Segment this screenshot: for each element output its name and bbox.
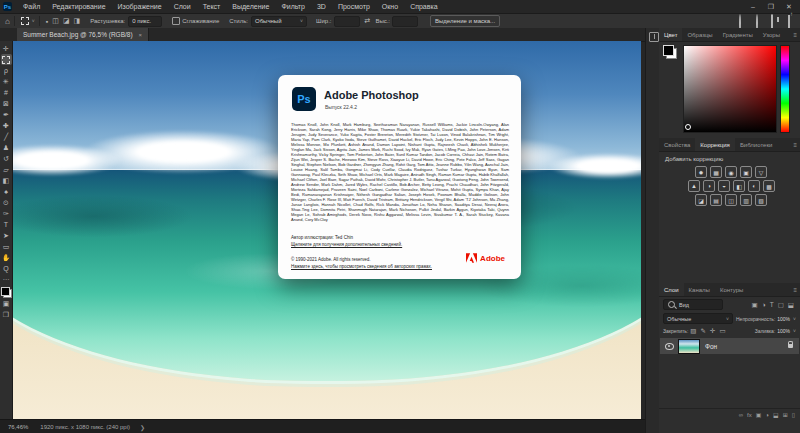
document-tab[interactable]: Summer Beach.jpg @ 76,5% (RGB/8) × bbox=[17, 28, 149, 41]
marquee-preset-icon[interactable] bbox=[21, 17, 29, 25]
zoom-level-field[interactable]: 76,46% bbox=[8, 424, 28, 430]
pen-tool[interactable]: ✑ bbox=[1, 208, 12, 219]
history-brush-tool[interactable]: ↺ bbox=[1, 153, 12, 164]
close-tab-icon[interactable]: × bbox=[139, 32, 143, 38]
saturation-brightness-field[interactable] bbox=[683, 45, 777, 133]
foreground-color-swatch[interactable] bbox=[1, 287, 10, 296]
menu-image[interactable]: Изображение bbox=[112, 3, 168, 10]
fill-value[interactable]: 100% bbox=[777, 328, 790, 334]
lock-position-icon[interactable]: ✛ bbox=[710, 327, 715, 335]
lasso-tool[interactable]: ρ bbox=[1, 65, 12, 76]
swap-dimensions-icon[interactable]: ⇄ bbox=[365, 17, 371, 25]
subtract-selection-icon[interactable]: ◪ bbox=[63, 17, 70, 25]
blur-tool[interactable]: ♠ bbox=[1, 186, 12, 197]
delete-layer-icon[interactable]: ▯ bbox=[792, 411, 795, 418]
menu-view[interactable]: Просмотр bbox=[332, 3, 376, 10]
black-white-icon[interactable]: ◒ bbox=[718, 180, 730, 192]
brightness-contrast-icon[interactable]: ✹ bbox=[695, 166, 707, 178]
menu-select[interactable]: Выделение bbox=[226, 3, 275, 10]
layer-name[interactable]: Фон bbox=[705, 343, 717, 350]
add-mask-icon[interactable]: ▣ bbox=[756, 411, 762, 418]
blend-mode-dropdown[interactable]: Обычные ˅ bbox=[663, 313, 733, 324]
layer-filter-dropdown[interactable]: Вид bbox=[663, 299, 723, 310]
opacity-value[interactable]: 100% bbox=[777, 316, 790, 322]
status-options-arrow[interactable]: ❯ bbox=[140, 424, 145, 431]
width-input[interactable] bbox=[334, 16, 360, 27]
object-selection-tool[interactable]: ✳ bbox=[1, 76, 12, 87]
channel-mixer-icon[interactable]: ◐ bbox=[748, 180, 760, 192]
panel-menu-icon[interactable]: ≡ bbox=[793, 32, 797, 38]
exposure-icon[interactable]: ▣ bbox=[740, 166, 752, 178]
filter-shape-layers-icon[interactable]: ▢ bbox=[778, 301, 784, 309]
photo-filter-icon[interactable]: ◧ bbox=[733, 180, 745, 192]
layer-visibility-icon[interactable] bbox=[665, 343, 674, 350]
healing-brush-tool[interactable]: ✚ bbox=[1, 120, 12, 131]
lock-pixels-icon[interactable]: ✎ bbox=[701, 327, 706, 335]
layer-row-background[interactable]: Фон bbox=[660, 338, 799, 354]
style-dropdown[interactable]: Обычный ˅ bbox=[251, 16, 307, 27]
foreground-background-swatches[interactable] bbox=[1, 287, 12, 298]
menu-edit[interactable]: Редактирование bbox=[46, 3, 111, 10]
add-selection-icon[interactable]: ◫ bbox=[52, 17, 59, 25]
filter-smart-objects-icon[interactable]: ⬓ bbox=[788, 301, 794, 309]
foreground-color-swatch[interactable] bbox=[663, 45, 674, 56]
panel-menu-icon[interactable]: ≡ bbox=[793, 287, 797, 293]
selective-color-icon[interactable]: ▧ bbox=[755, 194, 767, 206]
filter-adjustment-layers-icon[interactable]: ◑ bbox=[762, 301, 766, 309]
path-selection-tool[interactable]: ➤ bbox=[1, 230, 12, 241]
lock-artboard-icon[interactable]: ▭ bbox=[719, 327, 725, 335]
invert-icon[interactable]: ◪ bbox=[695, 194, 707, 206]
filter-type-layers-icon[interactable]: T bbox=[770, 301, 774, 309]
menu-window[interactable]: Окно bbox=[376, 3, 404, 10]
dodge-tool[interactable]: ⊙ bbox=[1, 197, 12, 208]
chevron-down-icon[interactable]: ˅ bbox=[32, 18, 35, 24]
tab-paths[interactable]: Контуры bbox=[715, 283, 749, 296]
hue-slider[interactable] bbox=[780, 45, 790, 133]
frame-tool[interactable]: ⊠ bbox=[1, 98, 12, 109]
tab-patterns[interactable]: Узоры bbox=[758, 28, 785, 41]
antialias-checkbox[interactable] bbox=[172, 17, 180, 25]
posterize-icon[interactable]: ▤ bbox=[710, 194, 722, 206]
gradient-map-icon[interactable]: ▥ bbox=[740, 194, 752, 206]
eraser-tool[interactable]: ▱ bbox=[1, 164, 12, 175]
chevron-down-icon[interactable]: ˅ bbox=[793, 328, 796, 334]
new-adjustment-layer-icon[interactable]: ◑ bbox=[765, 412, 769, 418]
screen-mode-button[interactable]: ❐ bbox=[1, 309, 12, 320]
curves-icon[interactable]: ◉ bbox=[725, 166, 737, 178]
marquee-tool[interactable] bbox=[1, 54, 12, 65]
filter-pixel-layers-icon[interactable]: ▣ bbox=[752, 301, 758, 309]
zoom-tool[interactable]: Q bbox=[1, 263, 12, 274]
shape-tool[interactable]: ▭ bbox=[1, 241, 12, 252]
vibrance-icon[interactable]: ▽ bbox=[755, 166, 767, 178]
threshold-icon[interactable]: ◫ bbox=[725, 194, 737, 206]
copyright-link[interactable]: Нажмите здесь, чтобы просмотреть сведени… bbox=[291, 264, 432, 269]
chevron-down-icon[interactable]: ˅ bbox=[793, 316, 796, 322]
minimize-button[interactable]: – bbox=[744, 0, 762, 13]
new-layer-icon[interactable]: ⊞ bbox=[783, 411, 788, 418]
tab-channels[interactable]: Каналы bbox=[684, 283, 715, 296]
clone-stamp-tool[interactable]: ♟ bbox=[1, 142, 12, 153]
lock-transparency-icon[interactable]: ▨ bbox=[690, 327, 696, 335]
tab-adjustments[interactable]: Коррекция bbox=[695, 138, 735, 151]
panel-menu-icon[interactable]: ≡ bbox=[793, 142, 797, 148]
move-tool[interactable]: ✛ bbox=[1, 43, 12, 54]
menu-file[interactable]: Файл bbox=[17, 3, 46, 10]
quick-mask-button[interactable]: ▣ bbox=[1, 298, 12, 309]
link-layers-icon[interactable]: ∞ bbox=[739, 412, 743, 418]
hand-tool[interactable]: ✋ bbox=[1, 252, 12, 263]
layer-thumbnail[interactable] bbox=[678, 339, 700, 354]
color-picker-cursor[interactable] bbox=[685, 124, 691, 130]
close-button[interactable]: ✕ bbox=[780, 0, 798, 13]
feather-input[interactable]: 0 пикс. bbox=[128, 16, 162, 27]
menu-type[interactable]: Текст bbox=[197, 3, 227, 10]
tab-libraries[interactable]: Библиотеки bbox=[735, 138, 778, 151]
maximize-button[interactable]: ❐ bbox=[762, 0, 780, 13]
color-balance-icon[interactable]: ◑ bbox=[703, 180, 715, 192]
intersect-selection-icon[interactable]: ◨ bbox=[74, 17, 81, 25]
collapsed-panel-icon[interactable] bbox=[649, 32, 659, 42]
tab-gradients[interactable]: Градиенты bbox=[718, 28, 758, 41]
home-icon[interactable]: ⌂ bbox=[5, 17, 10, 26]
menu-filter[interactable]: Фильтр bbox=[275, 3, 311, 10]
color-lookup-icon[interactable]: ▩ bbox=[763, 180, 775, 192]
gradient-tool[interactable]: ◧ bbox=[1, 175, 12, 186]
